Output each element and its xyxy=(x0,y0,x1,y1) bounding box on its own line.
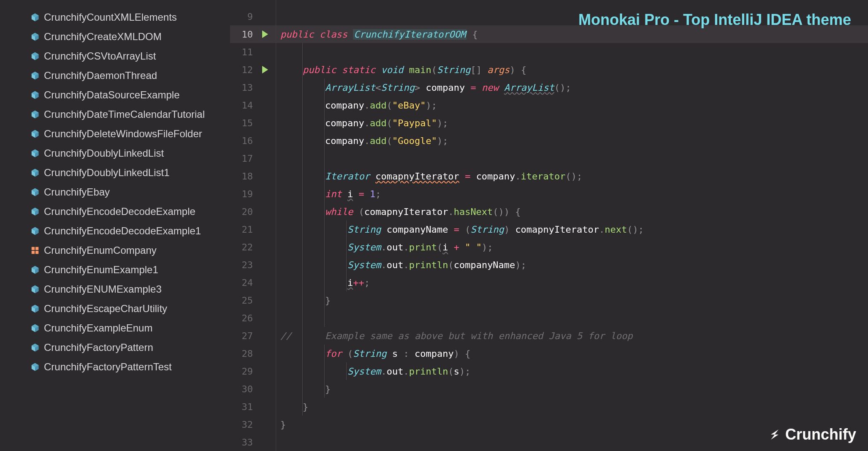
code-line[interactable] xyxy=(276,43,868,61)
code-line[interactable]: System.out.println(s); xyxy=(276,362,868,380)
cube-icon xyxy=(30,168,40,177)
gutter-row[interactable]: 27 xyxy=(230,327,276,345)
code-line[interactable]: i++; xyxy=(276,274,868,291)
run-gutter-icon[interactable] xyxy=(262,30,268,38)
file-label: CrunchifyEnumCompany xyxy=(44,245,157,256)
indent-guide xyxy=(346,256,347,274)
gutter-row[interactable]: 28 xyxy=(230,345,276,362)
crunchify-logo: Crunchify xyxy=(766,426,856,443)
code-line[interactable]: System.out.println(companyName); xyxy=(276,256,868,274)
line-number: 17 xyxy=(242,153,253,164)
svg-rect-1 xyxy=(35,247,38,250)
file-item-CrunchifyEscapeCharUtility[interactable]: CrunchifyEscapeCharUtility xyxy=(0,299,230,318)
file-item-CrunchifyFactoryPatternTest[interactable]: CrunchifyFactoryPatternTest xyxy=(0,357,230,377)
gutter-row[interactable]: 30 xyxy=(230,380,276,398)
file-item-CrunchifyDataSourceExample[interactable]: CrunchifyDataSourceExample xyxy=(0,85,230,105)
gutter-row[interactable]: 21 xyxy=(230,220,276,238)
gutter-row[interactable]: 9 xyxy=(230,8,276,25)
code-line[interactable]: } xyxy=(276,291,868,309)
gutter-row[interactable]: 13 xyxy=(230,79,276,96)
gutter-row[interactable]: 11 xyxy=(230,43,276,61)
code-line[interactable]: } xyxy=(276,380,868,398)
code-line[interactable] xyxy=(276,149,868,167)
indent-guide xyxy=(324,149,325,167)
code-line[interactable]: for (String s : company) { xyxy=(276,345,868,362)
indent-guide xyxy=(324,238,325,256)
code-line[interactable]: System.out.print(i + " "); xyxy=(276,238,868,256)
line-number: 16 xyxy=(242,136,253,146)
cube-icon xyxy=(30,226,40,236)
line-number: 12 xyxy=(242,65,253,75)
file-item-CrunchifyEncodeDecodeExample[interactable]: CrunchifyEncodeDecodeExample xyxy=(0,202,230,221)
line-number: 23 xyxy=(242,260,253,270)
indent-guide xyxy=(302,203,303,220)
code-line[interactable]: public static void main(String[] args) { xyxy=(276,61,868,79)
code-line[interactable]: int i = 1; xyxy=(276,185,868,203)
file-item-CrunchifyExampleEnum[interactable]: CrunchifyExampleEnum xyxy=(0,318,230,338)
gutter-row[interactable]: 31 xyxy=(230,398,276,416)
gutter-row[interactable]: 14 xyxy=(230,96,276,114)
file-item-CrunchifyEncodeDecodeExample1[interactable]: CrunchifyEncodeDecodeExample1 xyxy=(0,221,230,241)
gutter-row[interactable]: 17 xyxy=(230,149,276,167)
indent-guide xyxy=(302,327,303,345)
line-number: 28 xyxy=(242,348,253,359)
gutter-row[interactable]: 22 xyxy=(230,238,276,256)
code-line[interactable]: while (comapnyIterator.hasNext()) { xyxy=(276,203,868,220)
code-line[interactable]: ArrayList<String> company = new ArrayLis… xyxy=(276,79,868,96)
project-sidebar: CrunchifyCountXMLElementsCrunchifyCreate… xyxy=(0,0,230,451)
line-number: 31 xyxy=(242,402,253,412)
indent-guide xyxy=(324,96,325,114)
file-label: CrunchifyDoublyLinkedList1 xyxy=(44,167,170,179)
file-item-CrunchifyEnumCompany[interactable]: CrunchifyEnumCompany xyxy=(0,241,230,260)
gutter-row[interactable]: 15 xyxy=(230,114,276,132)
file-item-CrunchifyCountXMLElements[interactable]: CrunchifyCountXMLElements xyxy=(0,8,230,27)
indent-guide xyxy=(346,220,347,238)
code-line[interactable]: String companyName = (String) comapnyIte… xyxy=(276,220,868,238)
gutter-row[interactable]: 26 xyxy=(230,309,276,327)
file-item-CrunchifyDoublyLinkedList1[interactable]: CrunchifyDoublyLinkedList1 xyxy=(0,163,230,182)
file-item-CrunchifyDaemonThread[interactable]: CrunchifyDaemonThread xyxy=(0,66,230,85)
code-line[interactable]: company.add("eBay"); xyxy=(276,96,868,114)
gutter-row[interactable]: 23 xyxy=(230,256,276,274)
code-line[interactable]: // Example same as above but with enhanc… xyxy=(276,327,868,345)
line-number: 27 xyxy=(242,331,253,341)
gutter-row[interactable]: 33 xyxy=(230,433,276,451)
indent-guide xyxy=(324,256,325,274)
indent-guide xyxy=(302,398,303,416)
file-item-CrunchifyEbay[interactable]: CrunchifyEbay xyxy=(0,182,230,202)
gutter-row[interactable]: 18 xyxy=(230,167,276,185)
gutter-row[interactable]: 29 xyxy=(230,362,276,380)
file-item-CrunchifyDateTimeCalendarTutorial[interactable]: CrunchifyDateTimeCalendarTutorial xyxy=(0,105,230,124)
code-line[interactable]: company.add("Google"); xyxy=(276,132,868,149)
code-line[interactable]: Iterator comapnyIterator = company.itera… xyxy=(276,167,868,185)
gutter-row[interactable]: 32 xyxy=(230,416,276,433)
code-editor: Monokai Pro - Top IntelliJ IDEA theme 91… xyxy=(230,0,868,451)
indent-guide xyxy=(302,238,303,256)
file-label: CrunchifyCountXMLElements xyxy=(44,11,177,23)
gutter-row[interactable]: 12 xyxy=(230,61,276,79)
file-item-CrunchifyENUMExample3[interactable]: CrunchifyENUMExample3 xyxy=(0,280,230,299)
gutter-row[interactable]: 16 xyxy=(230,132,276,149)
svg-rect-3 xyxy=(35,251,38,254)
code-line[interactable]: company.add("Paypal"); xyxy=(276,114,868,132)
file-item-CrunchifyEnumExample1[interactable]: CrunchifyEnumExample1 xyxy=(0,260,230,280)
file-item-CrunchifyCreateXMLDOM[interactable]: CrunchifyCreateXMLDOM xyxy=(0,27,230,46)
code-line[interactable] xyxy=(276,309,868,327)
gutter-row[interactable]: 25 xyxy=(230,291,276,309)
cube-icon xyxy=(30,129,40,139)
cube-icon xyxy=(30,265,40,274)
code-area[interactable]: public class CrunchifyIteratorOOM { publ… xyxy=(276,0,868,451)
line-number: 10 xyxy=(242,29,253,40)
gutter-row[interactable]: 10 xyxy=(230,25,276,43)
gutter-row[interactable]: 19 xyxy=(230,185,276,203)
file-item-CrunchifyFactoryPattern[interactable]: CrunchifyFactoryPattern xyxy=(0,338,230,357)
file-item-CrunchifyDoublyLinkedList[interactable]: CrunchifyDoublyLinkedList xyxy=(0,144,230,163)
file-item-CrunchifyDeleteWindowsFileFolder[interactable]: CrunchifyDeleteWindowsFileFolder xyxy=(0,124,230,144)
file-label: CrunchifyDataSourceExample xyxy=(44,89,179,101)
gutter-row[interactable]: 24 xyxy=(230,274,276,291)
gutter-row[interactable]: 20 xyxy=(230,203,276,220)
line-number: 29 xyxy=(242,366,253,377)
file-item-CrunchifyCSVtoArrayList[interactable]: CrunchifyCSVtoArrayList xyxy=(0,46,230,66)
code-line[interactable]: } xyxy=(276,398,868,416)
run-gutter-icon[interactable] xyxy=(262,66,268,73)
